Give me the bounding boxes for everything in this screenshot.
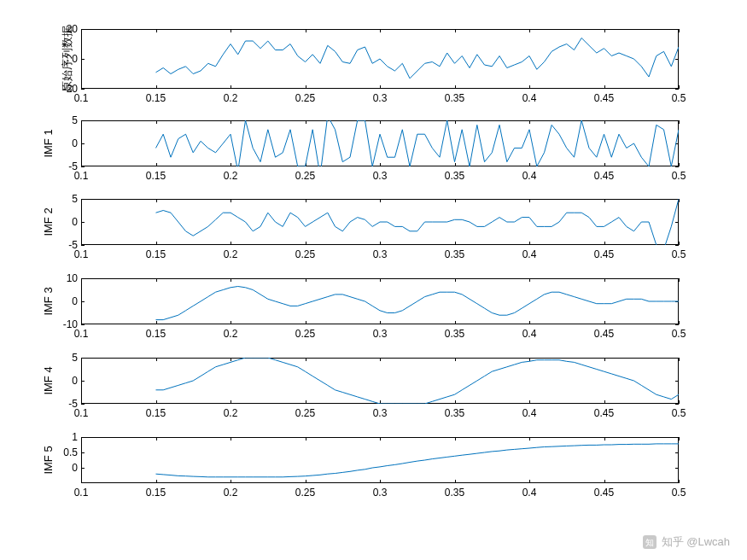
xtick-label: 0.4: [522, 407, 537, 419]
xtick-label: 0.35: [445, 170, 464, 182]
xtick-label: 0.1: [74, 328, 89, 340]
xtick-label: 0.25: [295, 248, 315, 260]
xtick-label: 0.3: [373, 248, 388, 260]
subplot-3: IMF 3-100100.10.150.20.250.30.350.40.450…: [81, 278, 679, 324]
data-line: [81, 278, 679, 324]
ytick-label: 20: [67, 23, 78, 35]
xtick-label: 0.1: [74, 92, 89, 104]
xtick-label: 0.4: [522, 328, 537, 340]
xtick-label: 0.5: [672, 328, 686, 340]
xtick-label: 0.45: [594, 487, 614, 499]
data-line: [81, 437, 679, 483]
ytick-label: 1: [72, 431, 78, 443]
ytick-label: 0: [72, 375, 78, 387]
xtick-label: 0.45: [594, 92, 614, 104]
subplot-5: IMF 500.510.10.150.20.250.30.350.40.450.…: [81, 437, 679, 483]
xtick-label: 0.1: [74, 407, 89, 419]
xtick-label: 0.3: [373, 92, 388, 104]
xtick-label: 0.5: [672, 248, 686, 260]
xtick-label: 0.4: [522, 92, 537, 104]
xtick-label: 0.15: [146, 248, 166, 260]
xtick-label: 0.45: [594, 328, 614, 340]
xtick-label: 0.4: [522, 248, 537, 260]
xtick-label: 0.5: [672, 170, 686, 182]
ytick-label: 0.5: [63, 446, 78, 458]
subplot-1: IMF 1-5050.10.150.20.250.30.350.40.450.5: [81, 120, 679, 166]
xtick-label: 0.25: [295, 328, 315, 340]
ytick-label: 0: [72, 295, 78, 307]
xtick-label: 0.2: [224, 248, 238, 260]
data-line: [81, 358, 679, 404]
xtick-label: 0.3: [373, 328, 388, 340]
xtick-label: 0.5: [672, 92, 686, 104]
xtick-label: 0.45: [594, 170, 614, 182]
ylabel: IMF 3: [42, 287, 55, 315]
xtick-label: 0.2: [224, 170, 238, 182]
xtick-label: 0.15: [146, 487, 166, 499]
xtick-label: 0.4: [522, 487, 537, 499]
subplot-4: IMF 4-5050.10.150.20.250.30.350.40.450.5: [81, 358, 679, 404]
ylabel: IMF 1: [42, 129, 55, 157]
data-line: [81, 120, 679, 166]
xtick-label: 0.45: [594, 248, 614, 260]
ylabel: IMF 4: [42, 366, 55, 394]
watermark: 知知乎 @Lwcah: [643, 534, 730, 550]
xtick-label: 0.35: [445, 248, 464, 260]
xtick-label: 0.2: [224, 487, 238, 499]
xtick-label: 0.15: [146, 170, 166, 182]
xtick-label: 0.25: [295, 170, 315, 182]
ytick-label: 5: [72, 114, 78, 126]
ylabel: IMF 2: [42, 207, 55, 236]
ytick-label: 0: [72, 53, 78, 65]
xtick-label: 0.2: [224, 328, 238, 340]
xtick-label: 0.15: [146, 92, 166, 104]
xtick-label: 0.4: [522, 170, 537, 182]
xtick-label: 0.15: [146, 328, 166, 340]
xtick-label: 0.2: [224, 92, 238, 104]
xtick-label: 0.3: [373, 170, 388, 182]
zhihu-icon: 知: [643, 535, 657, 549]
xtick-label: 0.35: [445, 487, 464, 499]
data-line: [81, 29, 679, 89]
ytick-label: 0: [72, 137, 78, 149]
subplot-2: IMF 2-5050.10.150.20.250.30.350.40.450.5: [81, 199, 679, 245]
xtick-label: 0.5: [672, 487, 686, 499]
xtick-label: 0.15: [146, 407, 166, 419]
xtick-label: 0.3: [373, 487, 388, 499]
ytick-label: 10: [67, 272, 78, 284]
ytick-label: 0: [72, 462, 78, 474]
subplot-0: 原始序列数据-200200.10.150.20.250.30.350.40.45…: [81, 29, 679, 89]
xtick-label: 0.1: [74, 487, 89, 499]
xtick-label: 0.25: [295, 487, 315, 499]
svg-text:知: 知: [645, 538, 654, 547]
xtick-label: 0.35: [445, 92, 464, 104]
xtick-label: 0.5: [672, 407, 686, 419]
xtick-label: 0.2: [224, 407, 238, 419]
ylabel: IMF 5: [42, 446, 55, 474]
xtick-label: 0.35: [445, 328, 464, 340]
xtick-label: 0.1: [74, 170, 89, 182]
ytick-label: 5: [72, 352, 78, 364]
xtick-label: 0.25: [295, 92, 315, 104]
watermark-text: 知乎 @Lwcah: [662, 534, 730, 550]
ytick-label: 5: [72, 193, 78, 205]
data-line: [81, 199, 679, 245]
xtick-label: 0.1: [74, 248, 89, 260]
xtick-label: 0.35: [445, 407, 464, 419]
xtick-label: 0.45: [594, 407, 614, 419]
xtick-label: 0.25: [295, 407, 315, 419]
ytick-label: 0: [72, 216, 78, 228]
xtick-label: 0.3: [373, 407, 388, 419]
